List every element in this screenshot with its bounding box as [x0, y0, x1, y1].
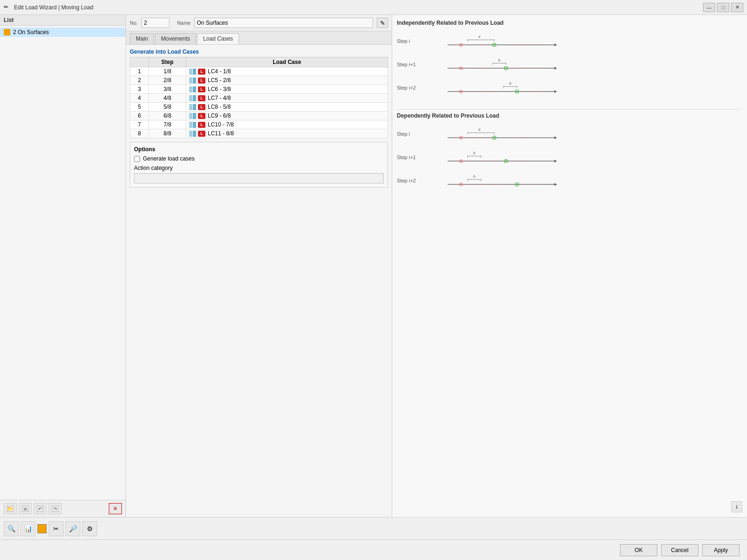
load-case-value: L LC4 - 1/8	[186, 67, 388, 76]
svg-point-114	[474, 184, 475, 185]
load-case-value: L LC8 - 5/8	[186, 103, 388, 112]
step-value: 3/8	[149, 85, 186, 94]
dependent-title: Dependently Related to Previous Load	[397, 112, 742, 119]
list-items: 2 On Surfaces	[0, 26, 126, 500]
scissors-button[interactable]: ✂	[49, 521, 63, 536]
delete-button[interactable]: ✕	[109, 503, 122, 514]
action-category-label: Action category	[134, 165, 384, 171]
svg-text:Δ: Δ	[473, 151, 475, 155]
cancel-button[interactable]: Cancel	[661, 544, 698, 556]
dep-step-i-svg: d	[426, 123, 576, 146]
close-button[interactable]: ✕	[731, 3, 743, 12]
svg-point-44	[519, 68, 520, 69]
svg-marker-104	[554, 183, 557, 186]
name-label: Name	[177, 20, 190, 26]
svg-point-121	[536, 184, 537, 185]
table-row: 77/8 L LC10 - 7/8	[130, 120, 388, 129]
svg-point-76	[493, 137, 495, 139]
svg-text:✕: ✕	[113, 505, 118, 512]
svg-point-113	[467, 184, 468, 185]
table-button[interactable]: 📊	[21, 521, 35, 536]
load-case-value: L LC11 - 8/8	[186, 129, 388, 138]
load-cases-table: Step Load Case 11/8 L LC4 - 1/8 22/8	[130, 57, 388, 138]
svg-point-60	[480, 91, 481, 92]
action-category-input[interactable]	[134, 173, 384, 183]
no-label: No.	[130, 20, 138, 26]
svg-point-19	[467, 44, 468, 45]
dep-step-i2-label: Step i+2	[397, 169, 423, 183]
name-input[interactable]	[194, 18, 373, 28]
redo-button[interactable]: ↷	[49, 503, 62, 514]
svg-point-119	[523, 184, 524, 185]
main-container: List 2 On Surfaces 📁 ⧉ ↶ ↷	[0, 15, 747, 560]
independent-step-i1: Step i+1 Δ	[397, 53, 742, 77]
row-number: 5	[130, 103, 149, 112]
no-input[interactable]	[141, 18, 169, 28]
svg-point-59	[474, 91, 475, 92]
svg-marker-10	[554, 43, 557, 46]
search-button[interactable]: 🔍	[4, 521, 19, 536]
svg-point-28	[541, 44, 542, 45]
load-case-value: L LC9 - 6/8	[186, 112, 388, 120]
svg-point-42	[487, 68, 488, 69]
row-number: 6	[130, 112, 149, 120]
table-row: 55/8 L LC8 - 5/8	[130, 103, 388, 112]
help-icon[interactable]: ℹ	[731, 501, 742, 512]
svg-point-112	[516, 184, 518, 185]
info-button[interactable]: 🔎	[65, 521, 80, 536]
middle-panel: No. Name ✎ Main Movements Load Cases Gen…	[126, 15, 392, 517]
title-bar-title: Edit Load Wizard | Moving Load	[14, 4, 703, 11]
dependent-step-i1: Step i+1 Δ	[397, 146, 742, 169]
svg-text:ℹ: ℹ	[736, 504, 738, 510]
step-i1-label: Step i+1	[397, 53, 423, 67]
svg-point-78	[474, 137, 475, 138]
yellow-square-button[interactable]	[37, 524, 47, 533]
svg-point-66	[543, 91, 544, 92]
minimize-button[interactable]: —	[703, 3, 715, 12]
svg-point-43	[512, 68, 513, 69]
svg-point-65	[536, 91, 537, 92]
generate-checkbox[interactable]	[134, 156, 140, 162]
undo-button[interactable]: ↶	[34, 503, 47, 514]
load-case-value: L LC6 - 3/8	[186, 85, 388, 94]
svg-point-74	[460, 137, 461, 138]
add-button[interactable]: 📁	[4, 503, 17, 514]
col-row-num	[130, 57, 149, 67]
svg-point-102	[526, 161, 527, 161]
svg-point-16	[460, 44, 461, 45]
svg-point-83	[521, 137, 521, 138]
apply-button[interactable]: Apply	[702, 544, 740, 556]
step-i2-label: Step i+2	[397, 77, 423, 91]
dependent-step-i: Step i d	[397, 123, 742, 146]
maximize-button[interactable]: □	[717, 3, 729, 12]
edit-name-button[interactable]: ✎	[377, 18, 388, 28]
tab-main[interactable]: Main	[130, 33, 154, 44]
svg-text:📁: 📁	[7, 505, 14, 512]
list-header: List	[0, 15, 126, 26]
generate-section-title: Generate into Load Cases	[130, 49, 388, 55]
tab-load-cases[interactable]: Load Cases	[197, 33, 239, 44]
step-value: 8/8	[149, 129, 186, 138]
step-i-svg: d	[426, 30, 576, 53]
list-item[interactable]: 2 On Surfaces	[0, 28, 126, 37]
svg-text:d: d	[478, 127, 480, 132]
copy-button[interactable]: ⧉	[19, 503, 32, 514]
row-number: 3	[130, 85, 149, 94]
svg-marker-49	[554, 90, 557, 93]
svg-point-46	[532, 68, 533, 69]
table-row: 66/8 L LC9 - 6/8	[130, 112, 388, 120]
svg-point-81	[507, 137, 508, 138]
no-name-row: No. Name ✎	[126, 15, 392, 31]
svg-point-24	[514, 44, 515, 45]
tab-movements[interactable]: Movements	[155, 33, 196, 44]
row-number: 8	[130, 129, 149, 138]
settings-button[interactable]: ⚙	[82, 521, 97, 536]
svg-point-25	[521, 44, 521, 45]
step-value: 5/8	[149, 103, 186, 112]
row-number: 4	[130, 94, 149, 103]
ok-button[interactable]: OK	[620, 544, 657, 556]
independent-step-i: Step i d	[397, 30, 742, 53]
tabs-bar: Main Movements Load Cases	[126, 31, 392, 45]
svg-point-47	[539, 68, 540, 69]
dep-step-i-label: Step i	[397, 123, 423, 137]
